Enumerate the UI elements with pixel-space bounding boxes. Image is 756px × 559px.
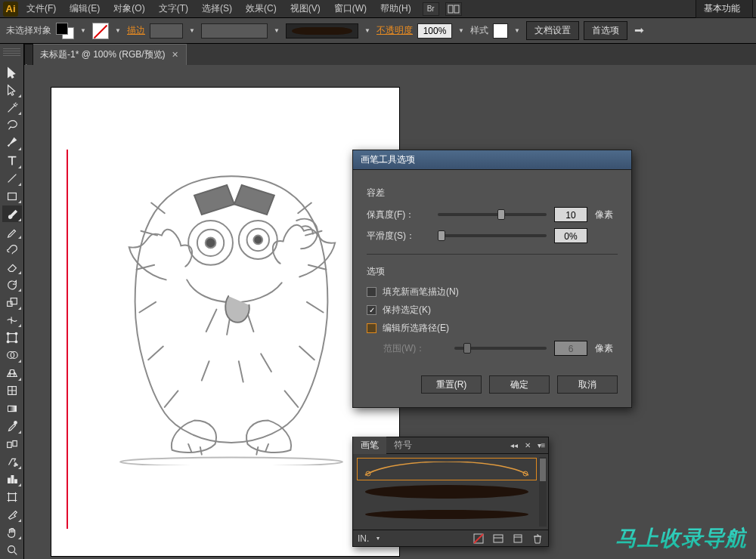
close-tab-icon[interactable]: ✕ [172,50,178,60]
pen-tool[interactable] [2,135,22,151]
paintbrush-tool[interactable] [2,205,22,221]
mesh-tool[interactable] [2,383,22,399]
brush-list[interactable] [353,454,548,530]
brush-item[interactable] [358,481,536,502]
options-of-selected-icon[interactable] [492,533,504,545]
graphic-style-swatch[interactable] [493,23,508,39]
brush-def-dropdown-icon[interactable]: ▼ [363,23,372,39]
slice-tool[interactable] [2,507,22,523]
symbol-sprayer-tool[interactable] [2,453,22,469]
blend-tool[interactable] [2,436,22,452]
panel-header[interactable]: 画笔 符号 ◂◂ ✕ ▾≡ [353,437,548,454]
checkbox-mixed-icon[interactable] [367,323,376,333]
selection-status: 未选择对象 [6,24,51,37]
rotate-tool[interactable] [2,276,22,292]
remove-stroke-icon[interactable] [472,533,485,545]
blob-brush-tool[interactable] [2,241,22,257]
stroke-label[interactable]: 描边 [127,24,145,37]
smoothness-value[interactable]: 0% [554,228,587,243]
opacity-label[interactable]: 不透明度 [376,24,413,37]
menu-effect[interactable]: 效果(C) [240,0,282,17]
keep-selected-option[interactable]: 保持选定(K) [367,304,618,317]
transform-flyout-icon[interactable]: ⮕ [632,23,647,39]
var-width-profile[interactable] [201,23,268,39]
menu-view[interactable]: 视图(V) [285,0,326,17]
menu-object[interactable]: 对象(O) [108,0,150,17]
menu-edit[interactable]: 编辑(E) [64,0,105,17]
workspace-switcher[interactable]: 基本功能 [696,0,753,18]
svg-rect-0 [448,5,453,13]
dialog-titlebar[interactable]: 画笔工具选项 [353,150,631,170]
delete-brush-icon[interactable] [531,533,544,545]
pencil-tool[interactable] [2,224,22,239]
eyedropper-tool[interactable] [2,418,22,434]
scale-tool[interactable] [2,294,22,310]
menu-select[interactable]: 选择(S) [197,0,237,17]
shape-builder-tool[interactable] [2,347,22,363]
type-tool[interactable] [2,153,22,168]
perspective-grid-tool[interactable] [2,365,22,381]
smoothness-slider[interactable] [438,234,547,237]
free-transform-tool[interactable] [2,329,22,345]
brush-libraries-menu[interactable]: IN. [358,533,369,544]
style-label: 样式 [470,24,488,37]
eraser-tool[interactable] [2,259,22,275]
column-graph-tool[interactable] [2,471,22,487]
gradient-tool[interactable] [2,400,22,416]
bridge-icon[interactable]: Br [423,2,439,16]
reset-button[interactable]: 重置(R) [421,375,482,394]
edit-selected-paths-option[interactable]: 编辑所选路径(E) [367,322,618,335]
tab-symbols[interactable]: 符号 [386,437,420,454]
fill-new-strokes-option[interactable]: 填充新画笔描边(N) [367,286,618,298]
panel-menu-icon[interactable]: ▾≡ [534,441,548,449]
stroke-weight-stepper-icon[interactable]: ▼ [187,23,197,39]
var-width-dropdown-icon[interactable]: ▼ [272,23,281,39]
fidelity-row: 保真度(F)： 10 像素 [367,207,618,222]
style-dropdown-icon[interactable]: ▼ [513,23,522,39]
line-tool[interactable] [2,171,22,187]
document-setup-button[interactable]: 文档设置 [526,21,579,40]
width-tool[interactable] [2,312,22,328]
checkbox-icon[interactable] [367,287,376,297]
new-brush-icon[interactable] [512,533,524,545]
opacity-dropdown-icon[interactable]: ▼ [457,23,466,39]
close-panel-icon[interactable]: ✕ [521,441,534,449]
svg-point-7 [15,332,17,335]
brush-item[interactable] [358,504,536,525]
brush-item-selected[interactable] [358,459,536,480]
lasso-tool[interactable] [2,117,22,133]
panel-grip[interactable] [3,48,20,56]
svg-point-18 [16,465,17,466]
rectangle-tool[interactable] [2,188,22,204]
brush-definition-preview[interactable] [286,23,358,39]
hand-tool[interactable] [2,524,22,540]
selection-tool[interactable] [2,64,22,80]
stroke-dropdown-icon[interactable]: ▼ [113,23,122,39]
panel-scrollbar[interactable] [539,457,547,527]
menu-type[interactable]: 文字(T) [153,0,194,17]
preferences-button[interactable]: 首选项 [584,21,627,40]
opacity-field[interactable]: 100% [417,23,452,39]
stroke-none-icon[interactable] [92,23,109,39]
collapse-panel-icon[interactable]: ◂◂ [507,441,521,449]
menu-file[interactable]: 文件(F) [21,0,61,17]
menu-window[interactable]: 窗口(W) [329,0,372,17]
fidelity-value[interactable]: 10 [554,207,587,222]
fidelity-slider[interactable] [438,213,547,216]
stroke-weight-field[interactable] [150,23,183,39]
cancel-button[interactable]: 取消 [557,375,618,394]
arrange-docs-icon[interactable] [445,2,462,16]
panel-footer: IN. ▾ [353,530,548,546]
fill-stroke-swatch[interactable] [56,23,74,39]
fill-dropdown-icon[interactable]: ▼ [79,23,88,39]
tab-brushes[interactable]: 画笔 [353,437,386,454]
watermark-text: 马上收录导航 [615,524,747,553]
menu-help[interactable]: 帮助(H) [375,0,417,17]
magic-wand-tool[interactable] [2,100,22,116]
direct-selection-tool[interactable] [2,82,22,97]
zoom-tool[interactable] [2,542,22,557]
document-tab[interactable]: 未标题-1* @ 100% (RGB/预览) ✕ [32,44,187,65]
checkbox-checked-icon[interactable] [367,305,376,315]
artboard-tool[interactable] [2,489,22,505]
ok-button[interactable]: 确定 [489,375,550,394]
